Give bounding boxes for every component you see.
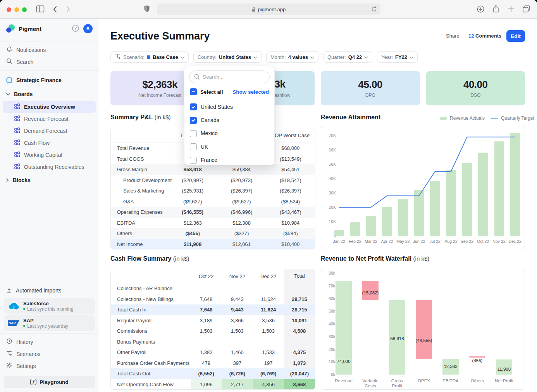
waterfall-bar-label: (455)	[462, 358, 493, 363]
boards-group-toggle[interactable]: Boards	[0, 88, 99, 101]
maximize-window-button[interactable]	[22, 7, 27, 12]
y-axis-tick: 80k	[324, 271, 335, 275]
filter-chip-month[interactable]: Month:4 values	[266, 51, 318, 63]
checkbox-checked-icon[interactable]	[190, 103, 197, 110]
kpi-label: ashflow	[275, 93, 291, 98]
kpi-label: DSO	[470, 93, 480, 98]
minimize-window-button[interactable]	[14, 7, 19, 12]
table-row: Product Development($20,997)($20,973)($1…	[111, 175, 315, 186]
page-title: Executive Summary	[110, 30, 210, 42]
table-row: EBITDA$12,363$12,388$10,984	[111, 218, 315, 229]
table-row: Operating Expenses($46,555)($46,996)($43…	[111, 207, 315, 218]
automated-imports-header[interactable]: Automated imports	[0, 284, 99, 297]
waterfall-title: Revenue to Net Profit Waterfall (in k$)	[321, 255, 429, 262]
sidebar-item-revenue-forecast[interactable]: Revenue Forecast	[3, 113, 96, 125]
tab-overview-icon[interactable]	[522, 5, 530, 13]
filter-chip-year[interactable]: Year:FY22	[377, 51, 418, 63]
chevron-down-icon	[410, 54, 413, 60]
country-option-mexico[interactable]: Mexico	[184, 127, 274, 140]
import-sap[interactable]: SAP SAP Last sync yesterday	[4, 315, 95, 331]
sidebar-item-working-capital[interactable]: Working Capital	[3, 149, 96, 161]
y-axis-tick: 0k	[324, 372, 335, 377]
sidebar-toggle-icon[interactable]	[36, 5, 45, 13]
search-icon	[6, 58, 12, 65]
sidebar-item-notifications[interactable]: Notifications	[0, 44, 99, 56]
new-tab-icon[interactable]	[508, 5, 515, 12]
import-salesforce[interactable]: sf Salesforce Last sync this morning	[4, 298, 95, 314]
workspace-icon	[6, 77, 12, 83]
downloads-icon[interactable]	[477, 5, 484, 13]
country-option-united-states[interactable]: United States	[184, 100, 274, 113]
svg-text:sf: sf	[13, 306, 15, 308]
filter-chip-scenario[interactable]: Scenario:Base Case	[110, 51, 189, 63]
sidebar-item-demand-forecast[interactable]: Demand Forecast	[3, 125, 96, 137]
salesforce-logo: sf	[8, 302, 19, 310]
country-dropdown: Select all Show selected United StatesCa…	[184, 66, 275, 165]
kpi-label: DPO	[365, 93, 375, 98]
sidebar-item-settings[interactable]: Settings	[0, 360, 99, 372]
sidebar-item-executive-overview[interactable]: Executive Overview	[3, 101, 96, 113]
browser-window: pigment.app Pigment ? B	[0, 0, 537, 392]
checkbox-unchecked-icon[interactable]	[190, 143, 197, 150]
waterfall-bar-opex	[416, 300, 432, 359]
table-row: Net Operating Cash Flow1,0962,7174,8568,…	[111, 379, 315, 390]
dropdown-search-input[interactable]	[189, 70, 270, 83]
checkbox-checked-icon[interactable]	[190, 117, 197, 124]
filter-chip-quarter[interactable]: Quarter:Q4 22	[323, 51, 372, 63]
y-axis-tick: 70k	[324, 284, 335, 288]
back-button[interactable]	[53, 6, 57, 13]
shield-icon[interactable]	[144, 5, 150, 13]
waterfall-bar-label: 12,363	[435, 364, 466, 369]
attainment-title: Revenue Attainment	[321, 114, 380, 121]
y-axis-tick: 50k	[324, 309, 335, 313]
table-row: Total Cash In7,6489,44311,62428,715	[111, 304, 315, 315]
user-avatar[interactable]: B	[83, 24, 93, 33]
filter-chip-country[interactable]: Country:United States	[193, 51, 262, 63]
close-window-button[interactable]	[7, 7, 11, 12]
x-axis-tick: Revenue	[329, 378, 358, 383]
comments-button[interactable]: 12 Comments	[468, 33, 501, 39]
country-option-uk[interactable]: UK	[184, 140, 274, 153]
address-bar[interactable]: pigment.app	[157, 3, 380, 15]
sidebar-item-scenarios[interactable]: Scenarios	[0, 348, 99, 360]
sidebar-item-outstanding-receivables[interactable]: Outstanding Receivables	[3, 161, 96, 173]
blocks-group-toggle[interactable]: Blocks	[0, 174, 99, 187]
cashflow-table: Oct 22Nov 22Dec 22TotalCollections - AR …	[110, 269, 315, 390]
checkbox-unchecked-icon[interactable]	[190, 130, 197, 137]
kpi-card-dso: 40.00DSO	[426, 71, 525, 105]
kpi-cards: $2,363kNet Income Forecast3kashflow45.00…	[110, 71, 525, 105]
select-all-label[interactable]: Select all	[200, 89, 223, 95]
country-option-canada[interactable]: Canada	[184, 113, 274, 127]
sidebar-item-cash-flow[interactable]: Cash Flow	[3, 137, 96, 149]
sidebar-item-workspace[interactable]: Strategic Finance	[0, 73, 99, 88]
sidebar-item-search[interactable]: Search	[0, 56, 99, 68]
sidebar: Pigment ? B NotificationsSearch Strategi…	[0, 19, 99, 392]
grid-icon	[14, 127, 20, 135]
kpi-value: $2,363k	[143, 79, 177, 91]
browser-chrome: pigment.app	[0, 0, 537, 19]
help-icon[interactable]: ?	[72, 24, 79, 33]
share-button[interactable]: Share	[446, 33, 460, 39]
kpi-value: 40.00	[463, 79, 488, 91]
quarterly-target-line	[321, 126, 525, 249]
forward-button[interactable]	[66, 6, 71, 13]
select-all-checkbox[interactable]	[190, 88, 197, 95]
chevron-down-icon	[310, 54, 314, 60]
scenarios-icon	[6, 350, 12, 358]
kpi-label: Net Income Forecast	[138, 93, 181, 98]
edit-button[interactable]: Edit	[506, 30, 525, 42]
waterfall-bar-label: (15,082)	[355, 291, 386, 295]
show-selected-link[interactable]: Show selected	[232, 89, 269, 95]
country-option-france[interactable]: France	[184, 154, 274, 167]
chevron-down-icon	[364, 54, 368, 60]
playground-button[interactable]: ƒ Playground	[4, 376, 95, 388]
sidebar-item-history[interactable]: History	[0, 336, 99, 348]
share-icon[interactable]	[492, 5, 499, 13]
search-input[interactable]	[203, 74, 261, 80]
divider	[0, 70, 99, 70]
sync-status-dot	[23, 308, 25, 310]
checkbox-unchecked-icon[interactable]	[190, 157, 197, 164]
reload-icon[interactable]	[371, 6, 377, 14]
waterfall-bar-label: 11,908	[489, 367, 520, 371]
x-axis-tick: OPEX	[409, 378, 439, 383]
